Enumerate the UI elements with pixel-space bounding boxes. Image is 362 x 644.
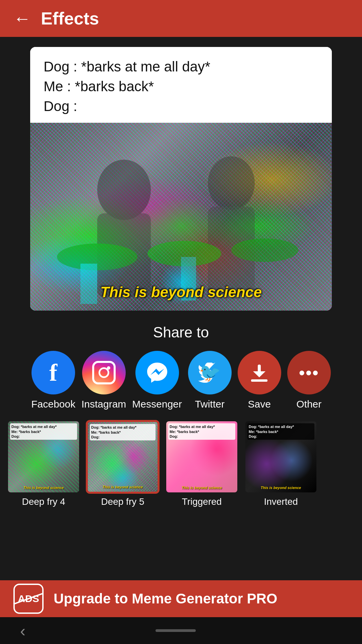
share-title: Share to xyxy=(153,324,209,341)
thumb-text-1: Dog: *barks at me all day*Me: *barks bac… xyxy=(10,423,77,440)
effect-thumb-deep-fry-5: Dog: *barks at me all day*Me: *barks bac… xyxy=(86,420,160,494)
share-other-button[interactable]: ••• Other xyxy=(287,351,331,410)
save-icon xyxy=(238,351,281,394)
messenger-label: Messenger xyxy=(132,398,182,410)
meme-card: Dog : *barks at me all day* Me : *barks … xyxy=(30,47,332,311)
thumb-text-2: Dog: *barks at me all day*Me: *barks bac… xyxy=(90,424,156,440)
other-icon: ••• xyxy=(287,351,331,394)
effect-deep-fry-4[interactable]: Dog: *barks at me all day*Me: *barks bac… xyxy=(7,420,80,507)
meme-preview-container: Dog : *barks at me all day* Me : *barks … xyxy=(0,37,362,317)
ads-icon: ADS xyxy=(13,584,44,614)
thumb-noise-2: Dog: *barks at me all day*Me: *barks bac… xyxy=(88,422,158,492)
thumb-caption-4: This is beyond science xyxy=(247,486,315,490)
svg-rect-7 xyxy=(80,264,97,304)
svg-rect-10 xyxy=(251,379,267,382)
thumb-caption-2: This is beyond science xyxy=(89,485,156,489)
effect-label-inverted: Inverted xyxy=(264,496,298,507)
facebook-icon: f xyxy=(32,351,75,394)
effect-thumb-deep-fry-4: Dog: *barks at me all day*Me: *barks bac… xyxy=(7,420,80,494)
share-twitter-button[interactable]: 🐦 Twitter xyxy=(188,351,232,410)
twitter-bird-icon: 🐦 xyxy=(198,363,222,383)
upgrade-text: Upgrade to Meme Generator PRO xyxy=(54,591,277,607)
meme-image-noise xyxy=(30,123,332,311)
thumb-dark: Dog: *barks at me all day*Me: *barks bac… xyxy=(245,421,316,492)
meme-line-3: Dog : xyxy=(44,97,318,116)
effect-label-deep-fry-5: Deep fry 5 xyxy=(101,496,144,507)
thumb-pink: Dog: *barks at me all day*Me: *barks bac… xyxy=(166,421,237,492)
save-download-icon xyxy=(248,362,270,384)
save-label: Save xyxy=(248,398,271,410)
back-button[interactable]: ← xyxy=(13,10,31,27)
nav-back-arrow[interactable]: ‹ xyxy=(20,622,25,640)
effects-row: Dog: *barks at me all day*Me: *barks bac… xyxy=(0,413,362,511)
svg-point-6 xyxy=(231,238,298,262)
header: ← Effects xyxy=(0,0,362,37)
other-label: Other xyxy=(296,398,321,410)
meme-line-2: Me : *barks back* xyxy=(44,77,318,97)
meme-text-area: Dog : *barks at me all day* Me : *barks … xyxy=(30,47,332,123)
instagram-dot xyxy=(107,366,110,370)
share-instagram-button[interactable]: Instagram xyxy=(81,351,126,410)
share-messenger-button[interactable]: Messenger xyxy=(132,351,182,410)
messenger-icon xyxy=(135,351,179,394)
bottom-nav-bar: ‹ xyxy=(0,617,362,644)
thumb-caption-3: This is beyond science xyxy=(168,486,236,490)
svg-point-2 xyxy=(208,156,255,210)
effect-thumb-triggered: Dog: *barks at me all day*Me: *barks bac… xyxy=(165,420,239,494)
twitter-label: Twitter xyxy=(195,398,225,410)
meme-caption: This is beyond science xyxy=(100,284,262,301)
instagram-icon xyxy=(82,351,126,394)
thumb-caption-1: This is beyond science xyxy=(9,486,78,490)
effect-triggered[interactable]: Dog: *barks at me all day*Me: *barks bac… xyxy=(165,420,239,507)
meme-line-1: Dog : *barks at me all day* xyxy=(44,57,318,77)
effect-label-deep-fry-4: Deep fry 4 xyxy=(22,496,65,507)
share-save-button[interactable]: Save xyxy=(238,351,281,410)
effect-deep-fry-5[interactable]: Dog: *barks at me all day*Me: *barks bac… xyxy=(86,420,160,507)
share-section: Share to f Facebook Instagram xyxy=(0,317,362,413)
effect-inverted[interactable]: Dog: *barks at me all day*Me: *barks bac… xyxy=(244,420,318,507)
ad-banner[interactable]: ADS Upgrade to Meme Generator PRO xyxy=(0,580,362,617)
nav-pill xyxy=(156,629,196,632)
share-facebook-button[interactable]: f Facebook xyxy=(31,351,75,410)
effect-thumb-inverted: Dog: *barks at me all day*Me: *barks bac… xyxy=(244,420,318,494)
meme-image: This is beyond science xyxy=(30,123,332,311)
thumb-text-3: Dog: *barks at me all day*Me: *barks bac… xyxy=(168,423,235,440)
svg-text:🐦: 🐦 xyxy=(199,363,221,383)
svg-point-0 xyxy=(97,160,151,220)
twitter-icon: 🐦 xyxy=(188,351,232,394)
share-buttons: f Facebook Instagram Messenger xyxy=(24,351,338,410)
instagram-label: Instagram xyxy=(81,398,126,410)
svg-marker-12 xyxy=(253,371,265,377)
thumb-noise-1: Dog: *barks at me all day*Me: *barks bac… xyxy=(8,421,79,492)
page-title: Effects xyxy=(41,8,99,29)
facebook-label: Facebook xyxy=(31,398,75,410)
instagram-camera-icon xyxy=(92,361,116,384)
messenger-bolt-icon xyxy=(145,361,169,384)
effect-label-triggered: Triggered xyxy=(182,496,222,507)
thumb-text-4: Dog: *barks at me all day*Me: *barks bac… xyxy=(247,423,314,440)
